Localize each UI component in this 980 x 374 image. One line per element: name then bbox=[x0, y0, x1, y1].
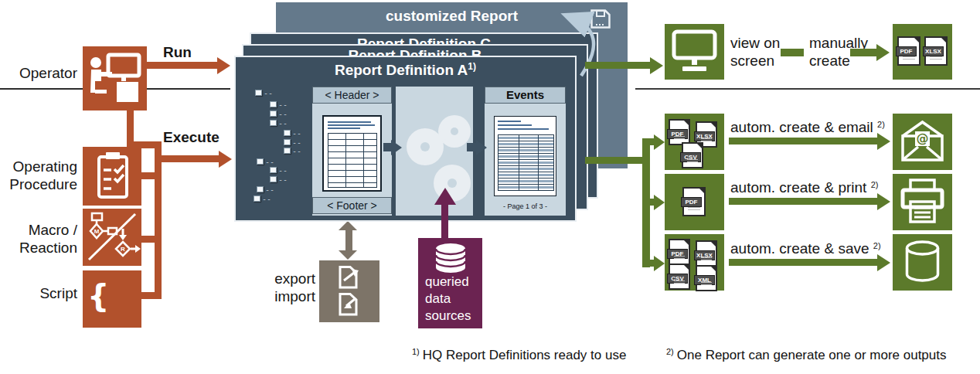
operator-label: Operator bbox=[0, 64, 77, 82]
connector-macro bbox=[141, 236, 158, 243]
connector-trunk bbox=[155, 141, 162, 299]
email-envelope-icon: @ bbox=[893, 114, 952, 170]
layout-panel: < Header > < Footer > bbox=[312, 87, 392, 216]
tree-item bbox=[284, 129, 301, 137]
mock-table bbox=[328, 133, 377, 188]
pdf-file-icon: PDF bbox=[669, 119, 690, 145]
report-page-preview bbox=[322, 115, 382, 192]
print-arrow bbox=[729, 198, 877, 205]
print-target-box bbox=[893, 174, 952, 230]
tree-item bbox=[254, 195, 271, 202]
mock-events-table bbox=[498, 134, 554, 191]
email-files-box: PDF XLSX CSV bbox=[665, 114, 724, 170]
tree-node-icon bbox=[284, 130, 291, 136]
tree-item bbox=[270, 166, 288, 174]
xlsx-file-icon: XLSX bbox=[696, 240, 717, 267]
monitor-box bbox=[665, 24, 724, 80]
window-report-definition-a: Report Definition A1) < Header > < Foote… bbox=[234, 56, 577, 222]
mock-text-line bbox=[498, 124, 532, 126]
csv-file-icon: CSV bbox=[682, 142, 703, 168]
xlsx-file-icon: XLSX bbox=[924, 36, 948, 66]
export-import-arrow-shaft bbox=[345, 229, 352, 250]
footnote-1: 1)HQ Report Definitions ready to use bbox=[412, 347, 626, 363]
tree-node-icon bbox=[257, 186, 264, 192]
export-import-icon bbox=[319, 260, 379, 322]
execute-label: Execute bbox=[163, 128, 219, 146]
tree-item bbox=[270, 100, 288, 108]
tree-node-icon bbox=[270, 120, 277, 126]
tree-node-icon bbox=[284, 139, 291, 145]
execute-arrow bbox=[158, 155, 219, 162]
import-doc-icon bbox=[337, 292, 360, 317]
tree-item bbox=[257, 158, 274, 165]
auto-email-label: autom. create & email 2) bbox=[730, 116, 885, 136]
mock-text-line bbox=[498, 121, 521, 122]
tree-node-icon bbox=[284, 148, 291, 154]
pdf-file-icon: PDF bbox=[897, 36, 920, 66]
diagram-canvas: Operator Run Execute Operating Procedure bbox=[0, 0, 980, 374]
macro-reaction-label: Macro / Reaction bbox=[0, 221, 77, 257]
svg-text:M: M bbox=[94, 228, 100, 235]
queried-data-sources-label: queried data sources bbox=[425, 274, 471, 325]
xml-file-icon: XML bbox=[696, 265, 717, 291]
mock-text-line bbox=[498, 128, 549, 130]
view-arrow bbox=[585, 62, 650, 69]
mock-text-line bbox=[328, 121, 371, 123]
tree-node-icon bbox=[270, 101, 277, 107]
save-target-box bbox=[893, 234, 952, 291]
tree-item bbox=[270, 119, 288, 127]
tree-item bbox=[255, 89, 273, 97]
branch-feed-line bbox=[585, 157, 650, 164]
save-arrow bbox=[729, 259, 877, 266]
tree-node-icon bbox=[255, 90, 262, 96]
email-target-box: @ bbox=[893, 114, 952, 170]
branch-arrow-print bbox=[648, 199, 654, 206]
page-indicator: - Page 1 of 3 - bbox=[485, 202, 566, 210]
right-divider bbox=[635, 88, 980, 90]
flow-arrow bbox=[383, 143, 391, 151]
manual-files-box: PDF XLSX bbox=[893, 24, 952, 80]
queried-data-arrow-shaft bbox=[441, 203, 448, 240]
branch-arrow-save bbox=[648, 260, 654, 267]
print-files-box: PDF bbox=[665, 174, 724, 230]
auto-print-label: autom. create & print 2) bbox=[730, 176, 878, 196]
tree-node-icon bbox=[254, 196, 260, 202]
operating-procedure-icon bbox=[83, 147, 141, 206]
tree-node-icon bbox=[270, 176, 277, 182]
customize-curved-arrow bbox=[533, 0, 634, 85]
auto-save-label: autom. create & save 2) bbox=[730, 237, 881, 257]
script-icon bbox=[83, 270, 141, 328]
flow-arrow bbox=[467, 143, 476, 151]
footnote-2: 2)One Report can generate one or more ou… bbox=[666, 347, 947, 363]
queried-data-arrow-head bbox=[434, 188, 456, 205]
email-arrow bbox=[729, 138, 877, 144]
connector-dash bbox=[781, 49, 804, 56]
branch-arrow-email bbox=[648, 138, 654, 145]
footer-section-button[interactable]: < Footer > bbox=[312, 197, 392, 214]
export-import-arrow-down bbox=[339, 250, 357, 260]
tree-node-icon bbox=[270, 110, 277, 117]
export-import-label: export import bbox=[263, 270, 315, 305]
events-panel: Events - Page 1 of 3 - bbox=[485, 87, 566, 216]
database-icon bbox=[434, 243, 468, 274]
tree-item bbox=[270, 110, 288, 117]
run-arrow bbox=[144, 62, 217, 69]
header-section-button[interactable]: < Header > bbox=[312, 87, 392, 104]
pdf-file-icon: PDF bbox=[669, 239, 690, 265]
tree-node-icon bbox=[270, 167, 277, 173]
gear-icon bbox=[438, 115, 471, 148]
clipboard-icon bbox=[83, 147, 141, 206]
macro-flow-icon: M R bbox=[83, 209, 141, 266]
tree-item bbox=[270, 175, 288, 183]
mock-text-line bbox=[328, 124, 375, 126]
tree-item bbox=[257, 185, 274, 193]
person-at-monitor-icon bbox=[83, 46, 147, 110]
tree-node-icon bbox=[257, 158, 264, 165]
export-doc-icon bbox=[337, 265, 360, 290]
database-cylinder-icon bbox=[893, 234, 952, 291]
script-label: Script bbox=[0, 284, 77, 302]
tree-item bbox=[284, 138, 301, 146]
tree-item bbox=[284, 147, 301, 155]
macro-reaction-icon: M R bbox=[83, 209, 141, 266]
connector-script bbox=[141, 292, 158, 299]
